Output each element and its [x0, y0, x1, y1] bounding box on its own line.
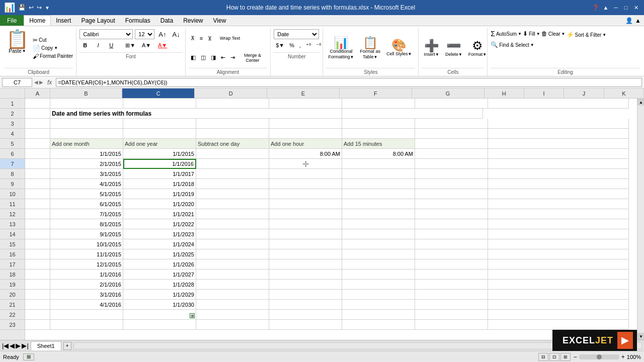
- cell-b13[interactable]: 8/1/2015: [50, 219, 123, 229]
- cell-f16[interactable]: [342, 249, 415, 259]
- row-header-20[interactable]: 20: [0, 290, 25, 300]
- cell-d22[interactable]: [196, 310, 269, 320]
- cell-c17[interactable]: 1/1/2026: [123, 259, 196, 269]
- menu-insert[interactable]: Insert: [51, 15, 76, 26]
- cell-h19[interactable]: [488, 280, 629, 290]
- cell-b11[interactable]: 6/1/2015: [50, 199, 123, 209]
- cell-h1[interactable]: [488, 99, 629, 109]
- decrease-decimal-btn[interactable]: ⁻⁰: [314, 40, 323, 50]
- quick-access-dropdown[interactable]: ▼: [45, 5, 50, 11]
- align-right-btn[interactable]: ◨: [209, 53, 218, 63]
- cell-d3[interactable]: [196, 119, 269, 129]
- align-middle-btn[interactable]: ≡: [198, 33, 205, 43]
- cell-a12[interactable]: [25, 209, 50, 219]
- cell-d16[interactable]: [196, 249, 269, 259]
- cell-e14[interactable]: [269, 229, 342, 239]
- menu-view[interactable]: View: [208, 15, 231, 26]
- row-header-23[interactable]: 23: [0, 320, 25, 330]
- row-header-21[interactable]: 21: [0, 300, 25, 310]
- align-top-btn[interactable]: ⊼: [189, 33, 197, 43]
- row-header-2[interactable]: 2: [0, 109, 25, 119]
- cell-e17[interactable]: [269, 259, 342, 269]
- menu-review[interactable]: Review: [178, 15, 208, 26]
- cell-g21[interactable]: [415, 300, 488, 310]
- page-layout-view-btn[interactable]: ⊡: [549, 353, 559, 361]
- cell-b5[interactable]: Add one month: [50, 139, 123, 149]
- col-header-f[interactable]: F: [340, 88, 412, 98]
- cell-b21[interactable]: 4/1/2016: [50, 300, 123, 310]
- cell-g14[interactable]: [415, 229, 488, 239]
- cell-b15[interactable]: 10/1/2015: [50, 239, 123, 249]
- menu-file[interactable]: File: [0, 15, 24, 26]
- clear-btn[interactable]: 🗑 Clear ▼: [541, 30, 566, 37]
- cell-a2[interactable]: [25, 109, 50, 119]
- cell-a11[interactable]: [25, 199, 50, 209]
- cell-e6[interactable]: 8:00 AM: [269, 149, 342, 159]
- col-header-g[interactable]: G: [412, 88, 485, 98]
- cell-d17[interactable]: [196, 259, 269, 269]
- cell-h7[interactable]: [488, 159, 629, 169]
- cell-g16[interactable]: [415, 249, 488, 259]
- cell-f9[interactable]: [342, 179, 415, 189]
- cell-e9[interactable]: [269, 179, 342, 189]
- row-header-12[interactable]: 12: [0, 209, 25, 219]
- cell-h14[interactable]: [488, 229, 629, 239]
- cell-g10[interactable]: [415, 189, 488, 199]
- delete-btn[interactable]: ➖ Delete▼: [443, 39, 464, 58]
- cell-e5[interactable]: Add one hour: [269, 139, 342, 149]
- format-btn[interactable]: ⚙ Format▼: [466, 39, 489, 58]
- cell-a13[interactable]: [25, 219, 50, 229]
- cell-f13[interactable]: [342, 219, 415, 229]
- cell-h4[interactable]: [488, 129, 629, 139]
- cell-b8[interactable]: 3/1/2015: [50, 169, 123, 179]
- cell-f11[interactable]: [342, 199, 415, 209]
- add-sheet-btn[interactable]: +: [63, 342, 71, 350]
- cell-c22[interactable]: ⊞: [123, 310, 196, 320]
- cell-f7[interactable]: [342, 159, 415, 169]
- row-header-11[interactable]: 11: [0, 199, 25, 209]
- cell-b9[interactable]: 4/1/2015: [50, 179, 123, 189]
- cell-b12[interactable]: 7/1/2015: [50, 209, 123, 219]
- cell-d5[interactable]: Subtract one day: [196, 139, 269, 149]
- col-header-k[interactable]: K: [604, 88, 644, 98]
- align-center-btn[interactable]: ◫: [199, 53, 208, 63]
- cell-h6[interactable]: [488, 149, 629, 159]
- cell-g11[interactable]: [415, 199, 488, 209]
- cell-a4[interactable]: [25, 129, 50, 139]
- row-header-18[interactable]: 18: [0, 269, 25, 280]
- cell-a21[interactable]: [25, 300, 50, 310]
- cell-d18[interactable]: [196, 269, 269, 280]
- cell-h15[interactable]: [488, 239, 629, 249]
- sheet-tab-sheet1[interactable]: Sheet1: [31, 341, 61, 350]
- underline-button[interactable]: U: [106, 40, 117, 50]
- cell-b6[interactable]: 1/1/2015: [50, 149, 123, 159]
- cell-g3[interactable]: [415, 119, 488, 129]
- cell-h3[interactable]: [488, 119, 629, 129]
- cell-g15[interactable]: [415, 239, 488, 249]
- format-painter-button[interactable]: 🖌 Format Painter: [33, 53, 73, 60]
- nav-right[interactable]: ▶: [39, 79, 43, 85]
- cell-g5[interactable]: [415, 139, 488, 149]
- cell-b23[interactable]: [50, 320, 123, 330]
- cell-f18[interactable]: [342, 269, 415, 280]
- italic-button[interactable]: I: [93, 40, 104, 50]
- ribbon-collapse-icon[interactable]: ▲: [602, 4, 610, 12]
- row-header-15[interactable]: 15: [0, 239, 25, 249]
- cell-d12[interactable]: [196, 209, 269, 219]
- cell-d7[interactable]: [196, 159, 269, 169]
- cell-g8[interactable]: [415, 169, 488, 179]
- cell-b2[interactable]: Date and time series with formulas: [50, 109, 342, 119]
- cell-a18[interactable]: [25, 269, 50, 280]
- cell-reference-input[interactable]: [2, 78, 32, 87]
- cell-d10[interactable]: [196, 189, 269, 199]
- cell-c9[interactable]: 1/1/2018: [123, 179, 196, 189]
- cell-h23[interactable]: [488, 320, 629, 330]
- merge-btn[interactable]: Merge & Center: [238, 53, 268, 63]
- zoom-out-btn[interactable]: −: [574, 353, 577, 360]
- border-button[interactable]: ⊞▼: [123, 40, 137, 50]
- view-normal-btn[interactable]: ⊞: [23, 353, 34, 360]
- cell-e12[interactable]: [269, 209, 342, 219]
- cell-c13[interactable]: 1/1/2022: [123, 219, 196, 229]
- cell-h20[interactable]: [488, 290, 629, 300]
- cell-f21[interactable]: [342, 300, 415, 310]
